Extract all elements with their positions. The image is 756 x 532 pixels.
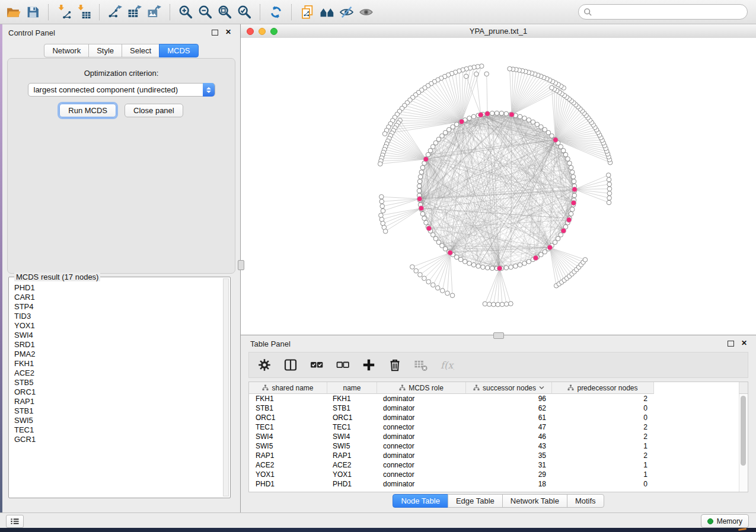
memory-button[interactable]: Memory [701,514,749,528]
column-header-successor-nodes[interactable]: successor nodes [466,382,552,394]
mcds-result-node[interactable]: FKH1 [9,359,222,368]
mcds-result-node[interactable]: SWI5 [9,416,222,425]
mcds-result-node[interactable]: STP4 [9,302,222,312]
zoom-in-button[interactable] [176,2,196,22]
table-cell: 2 [552,451,654,460]
export-table-button[interactable] [125,2,145,22]
toolbar-separator [99,4,100,20]
tab-mcds[interactable]: MCDS [159,44,198,57]
mcds-result-node[interactable]: ACE2 [9,368,222,378]
tab-style[interactable]: Style [88,44,122,57]
table-row[interactable]: SWI5SWI5connector431 [249,441,739,451]
table-mode-button[interactable] [256,357,272,373]
column-header-label: shared name [272,384,313,392]
mcds-result-list[interactable]: PHD1CAR1STP4TID3YOX1SWI4SRD1PMA2FKH1ACE2… [9,283,222,497]
tab-motifs[interactable]: Motifs [567,494,604,508]
create-column-button[interactable] [361,357,377,373]
control-panel-tabs: NetworkStyleSelectMCDS [2,44,240,57]
table-row[interactable]: FKH1FKH1dominator962 [249,394,739,403]
table-cell: PHD1 [327,479,377,489]
table-cell: TEC1 [327,422,377,432]
table-cell: SWI5 [327,441,377,451]
search-box[interactable] [578,4,748,20]
vertical-splitter-handle[interactable] [238,260,244,270]
table-cell: 62 [466,403,552,413]
optimization-criterion-select[interactable]: largest connected component (undirected) [28,83,215,97]
mcds-result-node[interactable]: STB1 [9,406,222,416]
save-session-button[interactable] [23,2,43,22]
tab-edge-table[interactable]: Edge Table [448,494,503,508]
import-network-button[interactable] [55,2,74,22]
new-network-from-selection-button[interactable] [298,2,317,22]
mcds-result-node[interactable]: SWI4 [9,331,222,340]
task-history-button[interactable] [6,515,24,528]
tab-network-table[interactable]: Network Table [502,494,567,508]
mcds-result-node[interactable]: GCR1 [9,435,222,444]
table-row[interactable]: SWI4SWI4dominator462 [249,432,739,441]
column-header-MCDS-role[interactable]: MCDS role [377,382,466,394]
mcds-result-node[interactable]: PHD1 [9,283,222,293]
mcds-result-node[interactable]: PMA2 [9,350,222,359]
mcds-result-node[interactable]: YOX1 [9,321,222,331]
column-header-name[interactable]: name [327,382,377,394]
show-columns-button[interactable] [282,357,298,373]
table-row[interactable]: PHD1PHD1dominator180 [249,479,739,489]
table-cell: ORC1 [327,413,377,422]
mcds-result-node[interactable]: SRD1 [9,340,222,350]
column-header-label: name [343,384,361,392]
close-panel-button[interactable]: Close panel [125,104,183,117]
zoom-selected-button[interactable] [235,2,254,22]
mcds-result-node[interactable]: STB5 [9,378,222,387]
table-cell: 43 [466,441,552,451]
table-cell: 2 [552,422,654,432]
search-input[interactable] [595,5,747,18]
table-row[interactable]: ORC1ORC1dominator610 [249,413,739,422]
table-cell: 18 [466,479,552,489]
table-row[interactable]: YOX1YOX1connector291 [249,470,739,479]
apply-preferred-layout-button[interactable] [266,2,286,22]
open-file-button[interactable] [4,2,23,22]
close-panel-icon[interactable]: ✕ [225,28,231,36]
table-row[interactable]: RAP1RAP1dominator352 [249,451,739,460]
zoom-fit-button[interactable] [215,2,235,22]
table-cell: 1 [552,460,654,470]
mcds-result-node[interactable]: CAR1 [9,293,222,302]
select-all-button[interactable] [308,357,324,373]
table-row[interactable]: STB1STB1dominator620 [249,403,739,413]
mcds-list-scrollbar[interactable] [223,278,229,496]
float-window-icon[interactable] [212,30,218,36]
zoom-in-icon [178,5,193,20]
zoom-fit-icon [218,5,232,20]
table-row[interactable]: ACE2ACE2connector311 [249,460,739,470]
network-canvas[interactable] [241,38,756,335]
table-cell: dominator [377,403,466,413]
run-mcds-button[interactable]: Run MCDS [59,104,116,117]
show-all-button[interactable] [356,2,376,22]
control-panel-title: Control Panel [8,28,55,37]
hide-selected-button[interactable] [337,2,356,22]
mcds-result-node[interactable]: ORC1 [9,387,222,397]
horizontal-splitter-handle[interactable] [493,332,504,339]
first-neighbors-button[interactable] [317,2,337,22]
delete-columns-button[interactable] [387,357,403,373]
table-scrollbar[interactable] [739,382,748,492]
mcds-result-node[interactable]: RAP1 [9,397,222,406]
mcds-result-node[interactable]: TID3 [9,312,222,321]
mcds-result-node[interactable]: TEC1 [9,425,222,435]
tab-network[interactable]: Network [44,44,89,57]
import-table-button[interactable] [74,2,94,22]
export-image-button[interactable] [145,2,164,22]
table-row[interactable]: TEC1TEC1connector472 [249,422,739,432]
zoom-out-button[interactable] [196,2,215,22]
tab-select[interactable]: Select [122,44,160,57]
table-scrollbar-thumb[interactable] [741,396,746,466]
table-cell: dominator [377,413,466,422]
tab-node-table[interactable]: Node Table [393,494,448,508]
close-table-panel-icon[interactable]: ✕ [741,339,747,347]
export-network-icon [108,5,123,20]
deselect-all-button[interactable] [334,357,350,373]
export-network-button[interactable] [106,2,125,22]
column-header-predecessor-nodes[interactable]: predecessor nodes [552,382,654,394]
column-header-shared-name[interactable]: shared name [249,382,327,394]
float-table-panel-icon[interactable] [728,341,734,347]
